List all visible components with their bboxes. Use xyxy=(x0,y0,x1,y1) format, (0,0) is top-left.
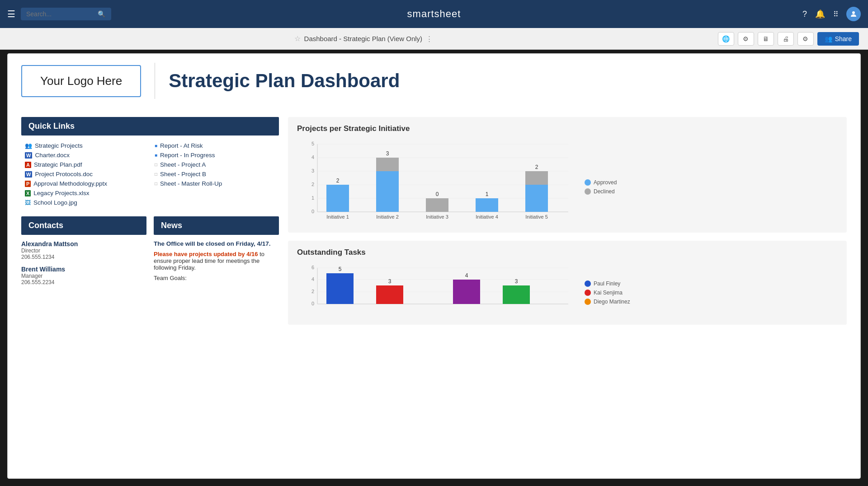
pdf-icon: A xyxy=(25,162,31,168)
contact-name: Brent Williams xyxy=(21,266,146,273)
help-icon[interactable]: ? xyxy=(802,9,807,19)
news-header: News xyxy=(154,216,279,235)
list-item[interactable]: W Charter.docx xyxy=(25,150,146,160)
svg-text:Initiative 3: Initiative 3 xyxy=(426,214,448,220)
share-button[interactable]: 👥 Share xyxy=(817,32,859,46)
approved-dot xyxy=(585,179,591,186)
svg-text:Initiative 1: Initiative 1 xyxy=(326,214,349,220)
settings-icon-btn[interactable]: ⚙ xyxy=(738,32,754,46)
svg-text:4: 4 xyxy=(465,272,468,279)
tasks-legend: Paul Finley Kai Senjima Diego Martinez xyxy=(577,280,630,305)
svg-text:2: 2 xyxy=(535,164,538,170)
monitor-icon-btn[interactable]: 🖥 xyxy=(758,32,774,46)
sheet-icon-3: □ xyxy=(155,181,157,186)
svg-text:6: 6 xyxy=(311,265,314,270)
search-input[interactable] xyxy=(26,10,94,18)
more-options-icon[interactable]: ⋮ xyxy=(426,35,433,43)
app-title: smartsheet xyxy=(407,8,461,20)
svg-text:3: 3 xyxy=(388,278,392,285)
sheet-icon-2: □ xyxy=(155,172,157,177)
contacts-section: Contacts Alexandra Mattson Director 206.… xyxy=(21,216,146,291)
svg-text:Initiative 5: Initiative 5 xyxy=(525,214,548,220)
word-icon-2: W xyxy=(25,171,32,178)
svg-text:3: 3 xyxy=(515,278,518,285)
tasks-chart-area: 0 2 4 6 5 3 xyxy=(297,263,838,318)
svg-point-0 xyxy=(852,11,855,14)
bottom-left-grid: Contacts Alexandra Mattson Director 206.… xyxy=(21,216,279,291)
kai-dot xyxy=(585,290,591,296)
list-item[interactable]: □ Sheet - Master Roll-Up xyxy=(155,179,275,188)
bar-kai xyxy=(376,285,403,304)
svg-text:Initiative 2: Initiative 2 xyxy=(376,214,399,220)
news-section: News The Office will be closed on Friday… xyxy=(154,216,279,291)
list-item[interactable]: P Approval Methodology.pptx xyxy=(25,179,146,188)
legend-diego-label: Diego Martinez xyxy=(594,299,630,305)
top-navigation: ☰ 🔍 smartsheet ? 🔔 ⠿ xyxy=(0,0,868,28)
list-item[interactable]: ■ Report - In Progress xyxy=(155,150,275,160)
globe-icon-btn[interactable]: 🌐 xyxy=(718,32,734,46)
list-item[interactable]: ■ Report - At Risk xyxy=(155,141,275,150)
bar-i2-approved xyxy=(376,171,399,212)
left-column: Quick Links 👥 Strategic Projects W Chart… xyxy=(21,117,279,333)
chart-legend: Approved Declined xyxy=(577,179,617,195)
bar-i5-declined xyxy=(525,171,548,185)
list-item[interactable]: 👥 Strategic Projects xyxy=(25,141,146,150)
favorite-icon[interactable]: ☆ xyxy=(294,34,301,43)
search-icon: 🔍 xyxy=(98,10,105,18)
bar-i4-approved xyxy=(476,198,498,212)
svg-text:3: 3 xyxy=(386,150,389,157)
main-content: Your Logo Here Strategic Plan Dashboard … xyxy=(7,53,861,479)
apps-grid-icon[interactable]: ⠿ xyxy=(833,10,838,19)
paul-dot xyxy=(585,280,591,287)
bar-purple xyxy=(453,280,480,304)
list-item[interactable]: □ Sheet - Project B xyxy=(155,169,275,179)
avatar[interactable] xyxy=(846,7,861,21)
gear-icon-btn[interactable]: ⚙ xyxy=(797,32,814,46)
legend-declined: Declined xyxy=(585,188,617,195)
nav-left: ☰ 🔍 xyxy=(7,8,111,20)
report-icon-2: ■ xyxy=(155,153,157,158)
contact-role: Manager xyxy=(21,273,146,279)
svg-text:3: 3 xyxy=(311,168,314,173)
list-item[interactable]: □ Sheet - Project A xyxy=(155,160,275,169)
list-item[interactable]: W Project Protocols.doc xyxy=(25,169,146,179)
bar-paul xyxy=(326,273,354,304)
list-item[interactable]: A Strategic Plan.pdf xyxy=(25,160,146,169)
svg-text:4: 4 xyxy=(311,154,314,160)
svg-text:5: 5 xyxy=(311,141,314,146)
news-label: Team Goals: xyxy=(154,275,279,281)
contact-phone: 206.555.1234 xyxy=(21,254,146,260)
svg-text:0: 0 xyxy=(311,209,314,214)
content-grid: Quick Links 👥 Strategic Projects W Chart… xyxy=(21,117,847,333)
sub-navigation: ☆ Dashboard - Strategic Plan (View Only)… xyxy=(0,28,868,50)
list-item[interactable]: X Legacy Projects.xlsx xyxy=(25,188,146,198)
word-icon: W xyxy=(25,152,32,159)
nav-right: ? 🔔 ⠿ xyxy=(802,7,861,21)
quick-links-grid: 👥 Strategic Projects W Charter.docx A St… xyxy=(21,141,279,207)
sheet-icon-1: □ xyxy=(155,162,157,167)
bell-icon[interactable]: 🔔 xyxy=(815,9,825,19)
hamburger-menu-icon[interactable]: ☰ xyxy=(7,9,15,19)
news-alert: Please have projects updated by 4/16 xyxy=(154,251,258,257)
list-item[interactable]: 🖼 School Logo.jpg xyxy=(25,198,146,207)
image-icon: 🖼 xyxy=(25,199,31,206)
svg-text:0: 0 xyxy=(436,191,439,197)
report-icon-1: ■ xyxy=(155,143,157,148)
news-headline: The Office will be closed on Friday, 4/1… xyxy=(154,240,279,247)
right-column: Projects per Strategic Initiative 0 1 2 … xyxy=(288,117,847,333)
legend-approved: Approved xyxy=(585,179,617,186)
projects-chart-area: 0 1 2 3 4 5 2 Initiative xyxy=(297,140,838,225)
svg-text:1: 1 xyxy=(486,191,489,197)
people-icon: 👥 xyxy=(25,142,32,149)
page-title: Dashboard - Strategic Plan (View Only) xyxy=(304,35,423,42)
quick-links-header: Quick Links xyxy=(21,117,279,136)
bar-i3-declined xyxy=(426,198,448,212)
print-icon-btn[interactable]: 🖨 xyxy=(778,32,794,46)
declined-dot xyxy=(585,188,591,195)
diego-dot xyxy=(585,299,591,305)
svg-text:Initiative 4: Initiative 4 xyxy=(476,214,498,220)
svg-text:2: 2 xyxy=(336,178,340,184)
legend-paul-label: Paul Finley xyxy=(594,280,620,287)
bar-i2-declined xyxy=(376,158,399,171)
projects-chart-section: Projects per Strategic Initiative 0 1 2 … xyxy=(288,117,847,233)
